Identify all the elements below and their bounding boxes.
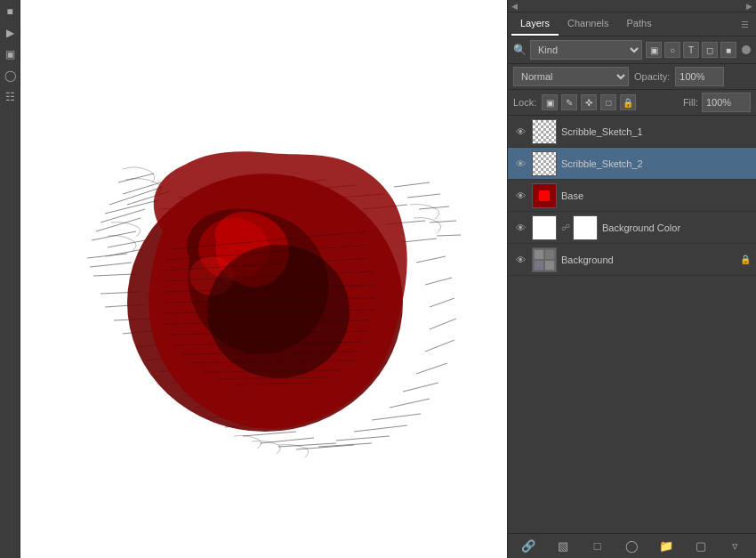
svg-line-56 [437, 235, 461, 236]
layer-name: Scribble_Sketch_1 [561, 126, 751, 137]
svg-line-27 [372, 414, 421, 420]
thumb-red-bg [533, 184, 556, 207]
svg-rect-80 [545, 260, 554, 269]
svg-line-55 [430, 221, 456, 222]
layer-item[interactable]: 👁 Base [508, 180, 756, 212]
svg-line-20 [243, 432, 296, 436]
lock-image-btn[interactable]: ✎ [561, 94, 577, 110]
tool-icon-3[interactable]: ▣ [2, 46, 18, 62]
layer-name: Background Color [602, 222, 751, 233]
thumb-bg-img [533, 248, 556, 271]
lock-row: Lock: ▣ ✎ ✜ □ 🔒 Fill: [508, 90, 756, 116]
svg-line-23 [296, 445, 354, 449]
link-layers-btn[interactable]: 🔗 [519, 538, 537, 555]
add-mask-btn[interactable]: □ [589, 538, 607, 555]
layer-visibility-toggle[interactable]: 👁 [513, 125, 527, 139]
svg-line-3 [96, 218, 141, 231]
lock-position-btn[interactable]: ✜ [581, 94, 597, 110]
svg-rect-78 [545, 249, 554, 258]
filter-adjustment-btn[interactable]: ○ [664, 42, 680, 58]
lock-label: Lock: [513, 97, 536, 108]
kind-select[interactable]: Kind [530, 40, 642, 60]
collapse-left-arrow[interactable]: ◀ [511, 2, 518, 11]
opacity-label: Opacity: [634, 71, 670, 82]
opacity-input[interactable] [675, 67, 724, 86]
fill-input[interactable] [702, 93, 751, 112]
layer-visibility-toggle[interactable]: 👁 [513, 157, 527, 171]
filter-smart-btn[interactable]: ■ [720, 42, 736, 58]
right-panel: ◀ ▶ Layers Channels Paths ☰ 🔍 Kind ▣ ○ T… [507, 0, 756, 558]
layer-thumbnail [532, 183, 557, 208]
filter-type-btn[interactable]: T [683, 42, 699, 58]
layer-name: Base [561, 190, 751, 201]
tool-icon-1[interactable]: ■ [2, 4, 18, 20]
delete-layer-btn[interactable]: ▿ [727, 538, 744, 555]
layer-item[interactable]: 👁 Scribble_Sketch_2 [508, 148, 756, 180]
layer-thumbnail [532, 215, 557, 240]
svg-line-36 [403, 239, 437, 242]
collapse-right-arrow[interactable]: ▶ [746, 2, 752, 11]
lock-artboard-btn[interactable]: □ [600, 94, 616, 110]
layer-thumbnail [532, 119, 557, 144]
tool-icon-5[interactable]: ☷ [2, 89, 18, 105]
lock-transparent-btn[interactable]: ▣ [542, 94, 558, 110]
layer-lock-icon: 🔒 [740, 255, 751, 265]
svg-line-6 [90, 263, 132, 267]
layer-thumbnail [532, 151, 557, 176]
svg-line-7 [93, 274, 134, 276]
filter-shape-btn[interactable]: ◻ [702, 42, 718, 58]
tool-icon-4[interactable]: ◯ [2, 68, 18, 84]
layer-mask-thumbnail [573, 215, 598, 240]
svg-line-32 [430, 319, 456, 329]
layer-item[interactable]: 👁 ☍ Background Color [508, 212, 756, 244]
svg-line-50 [108, 240, 145, 247]
canvas-area [20, 0, 507, 558]
blend-mode-select[interactable]: Normal Dissolve Multiply Screen [513, 67, 629, 86]
tabs-row: Layers Channels Paths ☰ [508, 12, 756, 36]
adjustment-layer-btn[interactable]: ◯ [623, 538, 640, 555]
blend-row: Normal Dissolve Multiply Screen Opacity: [508, 64, 756, 90]
panel-menu-icon[interactable]: ☰ [737, 16, 752, 33]
panel-collapse-bar: ◀ ▶ [508, 0, 756, 12]
filter-image-btn[interactable]: ▣ [646, 42, 662, 58]
svg-line-29 [403, 383, 438, 392]
thumb-checker-bg [533, 152, 556, 175]
layer-item[interactable]: 👁 Background 🔒 [508, 244, 756, 276]
svg-rect-77 [535, 249, 543, 258]
layer-chain-icon: ☍ [561, 215, 570, 240]
filter-row: 🔍 Kind ▣ ○ T ◻ ■ [508, 36, 756, 64]
svg-line-26 [354, 425, 407, 432]
layer-visibility-toggle[interactable]: 👁 [513, 221, 527, 235]
svg-line-30 [416, 363, 447, 374]
filter-icons: ▣ ○ T ◻ ■ [646, 42, 736, 58]
layers-list: 👁 Scribble_Sketch_1 👁 Scribble_Sketch_2 … [508, 116, 756, 533]
layer-visibility-toggle[interactable]: 👁 [513, 189, 527, 203]
tab-channels[interactable]: Channels [559, 12, 617, 36]
lock-all-btn[interactable]: 🔒 [620, 94, 636, 110]
tab-layers[interactable]: Layers [511, 12, 559, 36]
svg-line-34 [425, 278, 452, 285]
tab-paths[interactable]: Paths [618, 12, 661, 36]
svg-line-35 [416, 256, 446, 263]
svg-line-47 [118, 174, 154, 182]
layer-thumbnail [532, 247, 557, 272]
svg-line-1 [105, 200, 158, 214]
artwork [56, 27, 501, 525]
svg-line-28 [390, 399, 430, 408]
filter-dot[interactable] [742, 45, 751, 54]
layer-visibility-toggle[interactable]: 👁 [513, 253, 527, 267]
fill-label: Fill: [683, 97, 698, 108]
new-group-btn[interactable]: 📁 [657, 538, 675, 555]
new-layer-btn[interactable]: ▢ [692, 538, 710, 555]
svg-line-33 [430, 298, 454, 307]
thumb-white-bg [533, 216, 556, 239]
search-icon: 🔍 [513, 44, 527, 56]
layer-item[interactable]: 👁 Scribble_Sketch_1 [508, 116, 756, 148]
svg-line-25 [336, 436, 390, 441]
tool-icon-2[interactable]: ▶ [2, 25, 18, 41]
svg-line-53 [407, 194, 440, 198]
layer-name: Scribble_Sketch_2 [561, 158, 751, 169]
svg-line-31 [425, 340, 454, 352]
left-toolbar: ■ ▶ ▣ ◯ ☷ [0, 0, 20, 558]
layer-style-btn[interactable]: ▧ [554, 538, 572, 555]
